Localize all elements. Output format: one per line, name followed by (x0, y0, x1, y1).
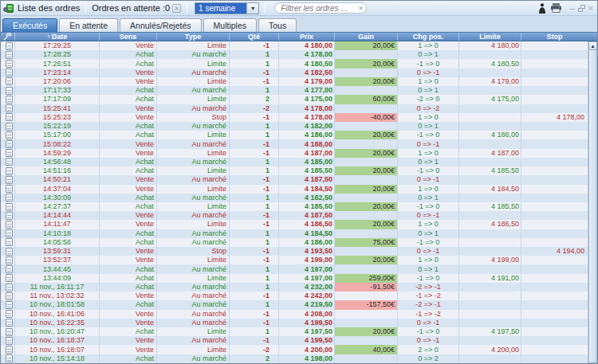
order-details-icon[interactable] (6, 96, 13, 104)
order-details-icon[interactable] (6, 123, 13, 131)
order-details-icon[interactable] (6, 68, 13, 76)
order-details-icon[interactable] (6, 203, 13, 211)
table-row[interactable]: 14:30:09 Achat Au marché 1 4 182,50 0 =>… (1, 194, 588, 202)
restore-icon[interactable] (578, 5, 585, 12)
table-row[interactable]: 14:50:21 Vente Au marché -1 4 187,50 0 =… (1, 175, 588, 184)
clear-filter-icon[interactable]: × (358, 3, 363, 14)
table-row[interactable]: 17:20:06 Vente Limite -1 4 179,00 20,00€… (1, 77, 588, 86)
table-row[interactable]: 15:08:22 Vente Au marché -1 4 188,00 0 =… (1, 139, 588, 148)
order-details-icon[interactable] (6, 238, 13, 246)
tab-annul-s-rejet-s[interactable]: Annulés/Rejetés (120, 18, 201, 32)
table-row[interactable]: 14:05:56 Achat Au marché 1 4 186,00 75,0… (1, 238, 588, 247)
column-header-type[interactable]: Type (157, 33, 230, 41)
table-row[interactable]: 14:10:18 Achat Au marché 1 4 184,50 0 =>… (1, 229, 588, 238)
order-details-icon[interactable] (6, 149, 13, 157)
user-icon[interactable] (538, 3, 546, 14)
order-details-icon[interactable] (6, 77, 13, 85)
table-row[interactable]: 14:37:04 Vente Limite -1 4 184,50 20,00€… (1, 185, 588, 194)
order-details-icon[interactable] (6, 265, 13, 273)
table-row[interactable]: 10 nov., 18:01:58 Achat Au marché 1 4 21… (1, 300, 588, 309)
order-details-icon[interactable] (6, 104, 13, 112)
table-row[interactable]: 13:59:31 Vente Stop -1 4 193,50 0 => -1 … (1, 247, 588, 256)
order-details-icon[interactable] (6, 346, 13, 354)
order-details-icon[interactable] (6, 87, 13, 95)
column-header-prix[interactable]: Prix (279, 33, 335, 41)
table-row[interactable]: 17:17:33 Achat Au marché 1 4 177,00 0 =>… (1, 86, 588, 95)
table-row[interactable]: 14:11:47 Vente Limite -1 4 186,50 20,00€… (1, 220, 588, 229)
table-row[interactable]: 13:44:45 Achat Au marché 1 4 197,00 0 =>… (1, 264, 588, 273)
order-details-icon[interactable] (6, 256, 13, 264)
pending-detach-icon[interactable]: ✕ (172, 4, 181, 13)
tools-column-header[interactable] (1, 33, 15, 41)
table-row[interactable]: 15:25:23 Vente Stop -1 4 178,00 -40,00€ … (1, 113, 588, 122)
table-row[interactable]: 17:26:51 Achat Limite 1 4 180,50 20,00€ … (1, 59, 588, 68)
chevron-down-icon[interactable]: ▼ (246, 3, 258, 14)
table-row[interactable]: 13:44:09 Achat Limite 1 4 197,00 259,00€… (1, 274, 588, 283)
tab-ex-cut-s[interactable]: Exécutés (2, 18, 57, 32)
order-details-icon[interactable] (6, 310, 13, 318)
column-header-chg-pos[interactable]: Chg pos. (398, 33, 459, 41)
table-row[interactable]: 10 nov., 16:41:06 Vente Au marché -1 4 2… (1, 310, 588, 319)
order-details-icon[interactable] (6, 212, 13, 220)
tab-multiples[interactable]: Multiples (203, 18, 257, 32)
table-row[interactable]: 14:51:16 Achat Limite 1 4 185,50 20,00€ … (1, 166, 588, 175)
order-details-icon[interactable] (6, 319, 13, 327)
table-row[interactable]: 10 nov., 15:14:18 Achat Au marché 2 4 19… (1, 354, 588, 363)
table-row[interactable]: 13:52:37 Vente Limite -1 4 199,00 20,00€… (1, 256, 588, 264)
order-details-icon[interactable] (6, 158, 13, 166)
table-row[interactable]: 11 nov., 13:02:32 Vente Au marché -1 4 2… (1, 292, 588, 300)
order-details-icon[interactable] (6, 194, 13, 202)
table-row[interactable]: 14:14:44 Vente Au marché -1 4 187,50 0 =… (1, 211, 588, 220)
scroll-up-icon[interactable]: ▲ (588, 41, 597, 50)
table-row[interactable]: 10 nov., 16:20:47 Achat Limite 1 4 197,5… (1, 327, 588, 336)
vertical-scrollbar[interactable]: ▲ (588, 41, 597, 363)
table-row[interactable]: 10 nov., 16:18:37 Vente Au marché -1 4 1… (1, 336, 588, 345)
order-details-icon[interactable] (6, 337, 13, 345)
order-details-icon[interactable] (6, 292, 13, 300)
order-details-icon[interactable] (6, 60, 13, 68)
column-header-stop[interactable]: Stop (521, 33, 588, 41)
order-details-icon[interactable] (6, 301, 13, 309)
table-row[interactable]: 17:23:14 Vente Au marché -1 4 182,50 0 =… (1, 68, 588, 77)
print-icon[interactable] (550, 3, 562, 13)
order-details-icon[interactable] (6, 140, 13, 148)
order-details-icon[interactable] (6, 221, 13, 229)
table-row[interactable]: 17:28:25 Achat Au marché 1 4 178,00 0 =>… (1, 50, 588, 59)
table-row[interactable]: 15:22:19 Achat Au marché 1 4 182,00 0 =>… (1, 122, 588, 131)
column-header-qte[interactable]: Qté (230, 33, 279, 41)
scrollbar-thumb[interactable] (588, 50, 597, 363)
table-row[interactable]: 17:17:09 Achat Limite 2 4 175,00 60,00€ … (1, 95, 588, 104)
order-details-icon[interactable] (6, 167, 13, 175)
column-header-sens[interactable]: Sens (100, 33, 157, 41)
column-header-gain[interactable]: Gain (335, 33, 398, 41)
filter-input[interactable] (274, 2, 367, 14)
order-details-icon[interactable] (6, 176, 13, 184)
order-details-icon[interactable] (6, 354, 13, 362)
order-details-icon[interactable] (6, 185, 13, 193)
table-row[interactable]: 15:17:00 Achat Limite 1 4 186,00 20,00€ … (1, 131, 588, 139)
order-details-icon[interactable] (6, 274, 13, 282)
column-header-limite[interactable]: Limite (459, 33, 521, 41)
order-details-icon[interactable] (6, 328, 13, 336)
table-row[interactable]: 10 nov., 16:18:07 Vente Limite -2 4 200,… (1, 345, 588, 354)
table-row[interactable]: 14:27:37 Achat Limite 1 4 185,50 20,00€ … (1, 202, 588, 211)
order-details-icon[interactable] (6, 113, 13, 121)
order-details-icon[interactable] (6, 229, 13, 237)
close-icon[interactable]: × (588, 4, 593, 12)
table-row[interactable]: 15:25:41 Vente Au marché -2 4 178,00 0 =… (1, 104, 588, 113)
order-details-icon[interactable] (6, 248, 13, 256)
order-details-icon[interactable] (6, 51, 13, 59)
minimize-icon[interactable]: – (569, 4, 574, 12)
column-header-date[interactable]: ↑ Date (15, 33, 100, 41)
table-row[interactable]: 17:29:25 Vente Limite -1 4 180,00 20,00€… (1, 41, 588, 50)
tab-tous[interactable]: Tous (258, 18, 297, 32)
order-details-icon[interactable] (6, 42, 13, 50)
table-row[interactable]: 14:56:48 Achat Au marché 1 4 185,00 0 =>… (1, 158, 588, 166)
table-row[interactable]: 10 nov., 16:22:35 Vente Au marché -1 4 1… (1, 319, 588, 327)
table-row[interactable]: 14:59:29 Vente Limite -1 4 187,00 20,00€… (1, 149, 588, 158)
tab-en-attente[interactable]: En attente (59, 18, 118, 32)
order-details-icon[interactable] (6, 284, 13, 292)
period-select[interactable]: 1 semaine ▼ (195, 2, 259, 14)
order-details-icon[interactable] (6, 131, 13, 139)
table-row[interactable]: 11 nov., 16:11:17 Achat Au marché 1 4 23… (1, 283, 588, 292)
